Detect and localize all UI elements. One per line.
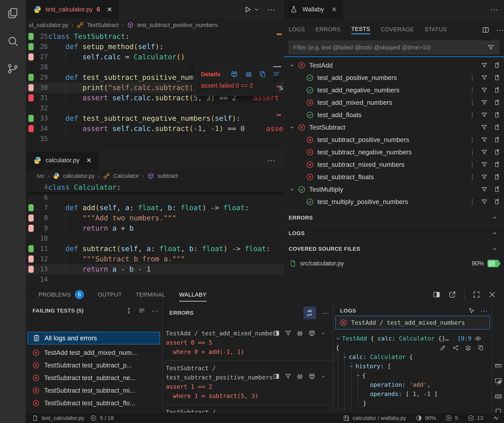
open-test-file-icon[interactable] — [493, 198, 500, 205]
breadcrumb-class[interactable]: TestSubtract — [87, 22, 119, 28]
logs-more-actions[interactable]: ··· — [480, 307, 488, 315]
test-group-row[interactable]: TestSubtract — [284, 121, 504, 133]
chevron-down-icon[interactable] — [289, 125, 295, 130]
tab-logs[interactable]: LOGS — [289, 26, 305, 34]
section-logs[interactable]: LOGS — [284, 225, 504, 241]
test-row[interactable]: test_subtract_positive_numbers ⋮ — [284, 133, 504, 146]
filter-tests-icon[interactable] — [481, 186, 488, 193]
diff-view-icon[interactable] — [273, 330, 280, 337]
code-line[interactable]: 32 — [26, 103, 284, 113]
search-icon[interactable] — [7, 35, 19, 47]
filter-tests-icon[interactable] — [481, 161, 488, 168]
test-more-actions[interactable]: ⋮ — [469, 149, 475, 155]
code-line[interactable]: 8 """Add two numbers.""" — [26, 213, 284, 223]
coverage-indicator[interactable] — [28, 125, 34, 132]
test-row[interactable]: test_add_negative_numbers ⋮ — [284, 84, 504, 96]
tab-coverage[interactable]: COVERAGE — [381, 26, 414, 34]
tests-filter-input[interactable]: Filter (e.g. text @failed @todo @skipped… — [288, 40, 500, 54]
selected-log-test[interactable]: TestAdd / test_add_mixed_numbers — [335, 316, 490, 329]
test-more-actions[interactable]: ⋮ — [469, 74, 475, 81]
code-line[interactable]: 25class TestSubtract: — [26, 31, 284, 42]
tab-calculator[interactable]: calculator.py ✕ — [26, 151, 98, 170]
test-group-row[interactable]: TestMultiply — [284, 183, 504, 196]
covered-file-row[interactable]: src/calculator.py 90% — [284, 256, 504, 271]
coverage-indicator[interactable] — [28, 53, 34, 60]
coverage-indicator[interactable] — [28, 74, 34, 81]
layers-icon[interactable] — [465, 345, 472, 351]
filter-tests-icon[interactable] — [481, 62, 488, 69]
wallaby-ai-icon[interactable] — [230, 70, 238, 78]
filter-tests-icon[interactable] — [481, 99, 488, 106]
coverage-indicator[interactable] — [28, 266, 34, 273]
coverage-indicator[interactable] — [28, 214, 34, 221]
copy-icon[interactable] — [477, 345, 484, 351]
tab-problems[interactable]: PROBLEMS 6 — [38, 290, 84, 299]
test-more-actions[interactable]: ⋮ — [469, 87, 475, 94]
filter-tests-icon[interactable] — [481, 136, 488, 143]
failing-test-item[interactable]: TestSubtract test_subtract_ne... — [28, 372, 160, 384]
test-row[interactable]: test_subtract_mixed_numbers ⋮ — [284, 158, 504, 171]
share-graph-icon[interactable] — [452, 345, 459, 351]
code-line[interactable]: 33 def test_subtract_negative_numbers(se… — [26, 113, 284, 124]
chevron-down-icon[interactable] — [289, 62, 295, 68]
coverage-indicator[interactable] — [28, 245, 34, 252]
code-line[interactable]: 12 """Subtract b from a.""" — [26, 254, 284, 264]
tooltip-title[interactable]: Details — [201, 71, 220, 77]
test-row[interactable]: test_subtract_floats ⋮ — [284, 171, 504, 183]
chevron-down-icon[interactable] — [349, 363, 354, 369]
filter-icon[interactable] — [284, 373, 292, 380]
code-line[interactable]: 7 def add(self, a: float, b: float) -> f… — [26, 203, 284, 213]
tab-close-icon[interactable]: ✕ — [86, 156, 92, 164]
test-more-actions[interactable]: ⋮ — [469, 112, 475, 118]
code-line[interactable]: 13 return a - b - 1 — [26, 264, 284, 274]
sticky-scroll-line[interactable]: 4class Calculator: — [26, 182, 284, 192]
chevron-down-icon[interactable] — [320, 373, 326, 379]
ruler-icon[interactable] — [494, 362, 502, 370]
editor2-code[interactable]: 6 7 def add(self, a: float, b: float) ->… — [26, 192, 284, 285]
run-dropdown-icon[interactable] — [253, 6, 260, 13]
code-line[interactable]: 14 — [26, 274, 284, 285]
debug-icon[interactable] — [296, 373, 303, 380]
code-line[interactable]: 35 — [26, 134, 284, 144]
wallaby-ai-icon[interactable] — [308, 373, 316, 380]
open-in-editor-icon[interactable] — [448, 291, 456, 298]
watch-eye-icon[interactable] — [475, 335, 481, 342]
panel-layout-icon[interactable] — [433, 291, 441, 298]
tab-terminal[interactable]: TERMINAL — [136, 292, 165, 298]
tab-output[interactable]: OUTPUT — [98, 292, 122, 298]
open-test-file-icon[interactable] — [493, 173, 500, 181]
pointer-icon[interactable] — [468, 307, 475, 314]
failing-test-item[interactable]: TestSubtract test_subtract_p... — [28, 359, 160, 372]
filter-tests-icon[interactable] — [481, 112, 488, 119]
code-line[interactable]: 6 — [26, 192, 284, 203]
tab-wallaby[interactable]: Wallaby ✕ — [284, 0, 343, 19]
coverage-indicator[interactable] — [28, 256, 34, 262]
failing-test-item[interactable]: TestSubtract test_subtract_mi... — [28, 384, 160, 397]
log-line[interactable]: operation: 'add', — [335, 380, 490, 389]
test-row[interactable]: test_add_mixed_numbers ⋮ — [284, 96, 504, 109]
filter-icon[interactable] — [284, 330, 292, 337]
status-failed-count[interactable]: 5 — [445, 415, 458, 421]
maximize-panel-icon[interactable] — [473, 291, 480, 298]
debug-test-icon[interactable] — [245, 70, 252, 78]
tab-close-icon[interactable]: ✕ — [331, 6, 337, 13]
filter-tests-icon[interactable] — [481, 173, 488, 181]
test-row[interactable]: test_multiply_positive_numbers ⋮ — [284, 196, 504, 208]
test-row[interactable]: test_subtract_negative_numbers ⋮ — [284, 146, 504, 158]
open-test-file-icon[interactable] — [493, 124, 500, 131]
tab-errors[interactable]: ERRORS — [316, 26, 341, 34]
view-logs-icon[interactable] — [273, 71, 280, 78]
test-more-actions[interactable]: ⋮ — [469, 99, 475, 106]
chevron-down-icon[interactable] — [335, 336, 341, 341]
breadcrumb-folder[interactable]: src — [37, 173, 45, 179]
open-test-file-icon[interactable] — [493, 99, 500, 106]
filter-tests-icon[interactable] — [481, 74, 488, 81]
screen-run-icon[interactable] — [494, 377, 502, 385]
log-line[interactable]: calc: Calculator { — [335, 352, 490, 362]
coverage-indicator[interactable] — [28, 84, 34, 91]
debug-icon[interactable] — [296, 330, 303, 337]
filter-tests-icon[interactable] — [481, 124, 488, 131]
code-line[interactable]: 34 assert self.calc.subtract(-1, -1) == … — [26, 124, 284, 134]
log-line[interactable]: { — [335, 371, 490, 380]
copy-error-icon[interactable] — [259, 71, 266, 78]
